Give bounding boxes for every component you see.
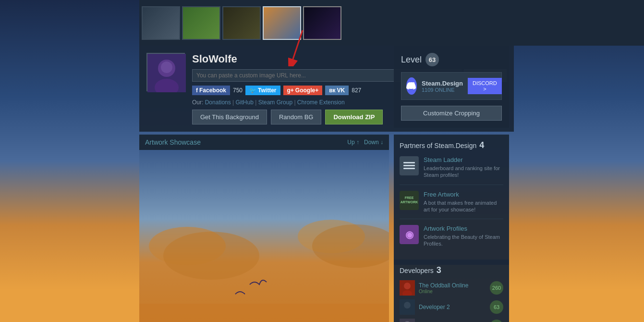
developer-level-1: 260 [490,281,503,295]
partners-count: 4 [479,140,484,150]
partner-name-ladder: Steam Ladder [424,156,503,163]
svg-rect-13 [403,165,415,166]
chrome-extension-link[interactable]: Chrome Extension [297,99,345,106]
developer-item-2[interactable]: Developer 2 63 [400,299,503,315]
download-zip-button[interactable]: Download ZIP [325,110,383,124]
partner-item-profiles[interactable]: ◉ Artwork Profiles Celebrating the Beaut… [400,225,503,253]
nav-down-button[interactable]: Down ↓ [364,139,383,146]
svg-point-16 [404,283,411,289]
partner-item-ladder[interactable]: Steam Ladder Leaderboard and ranking sit… [400,156,503,185]
avatar [146,53,185,91]
developer-name-1: The Oddball Online Online [419,282,486,294]
facebook-label: Facebook [199,87,226,94]
svg-point-5 [161,62,172,73]
partner-info-profiles: Artwork Profiles Celebrating the Beauty … [424,225,503,248]
vk-count: 827 [352,87,361,94]
developers-header: Developers 3 [400,265,503,275]
vk-icon: вк [329,87,335,94]
donations-link[interactable]: Donations [205,99,231,106]
steam-group-link[interactable]: Steam Group [258,99,292,106]
partner-name-artwork: Free Artwork [424,191,503,198]
google-label: Google+ [295,87,318,94]
discord-info: Steam.Design 1109 ONLINE [422,80,463,93]
facebook-button[interactable]: f Facebook [192,86,230,95]
partner-desc-profiles: Celebrating the Beauty of Steam Profiles… [424,234,503,248]
developers-title: Developers [400,267,434,274]
svg-rect-11 [139,304,389,322]
discord-join-button[interactable]: DISCORD > [468,78,502,94]
partner-ladder-icon [400,156,419,175]
thumbnail-3[interactable] [222,6,261,40]
facebook-count: 750 [233,87,243,94]
svg-point-8 [163,232,259,280]
developer-level-2: 63 [490,300,503,314]
developer-avatar-3 [400,319,415,322]
discord-name: Steam.Design [422,80,463,87]
customize-cropping-button[interactable]: Customize Cropping [401,106,502,121]
developer-level-3 [490,320,503,322]
twitter-button[interactable]: 🐦 Twitter [245,86,280,95]
facebook-icon: f [196,87,198,94]
partner-desc-artwork: A bot that makes free animated art for y… [424,199,503,213]
showcase-header: Artwork Showcase Up ↑ Down ↓ [139,135,389,150]
showcase-nav: Up ↑ Down ↓ [347,139,383,146]
google-icon: g+ [287,87,294,94]
artwork-showcase: Artwork Showcase Up ↑ Down ↓ [139,135,389,322]
level-panel: Level 63 Steam.Design 1109 ONLINE DISCOR… [394,46,509,128]
partner-name-profiles: Artwork Profiles [424,225,503,232]
thumbnail-1[interactable] [142,6,180,40]
links-prefix: Our: [192,99,203,106]
developers-panel: Developers 3 The Oddball Online Online 2… [394,260,509,322]
vk-label: VK [337,87,345,94]
level-header: Level 63 [401,53,502,66]
level-value: 63 [425,53,439,66]
twitter-icon: 🐦 [249,87,256,94]
partners-title: Partners of Steam.Design [400,142,476,149]
partner-info-artwork: Free Artwork A bot that makes free anima… [424,191,503,213]
developer-item-3[interactable]: TrueCarry [400,319,503,322]
github-link[interactable]: GitHub [236,99,254,106]
get-background-button[interactable]: Get This Background [192,110,267,124]
vk-button[interactable]: вк VK [325,86,349,95]
svg-rect-14 [403,168,415,169]
developer-name-2: Developer 2 [419,304,486,310]
thumbnail-4[interactable] [263,6,301,40]
thumbnail-2[interactable] [182,6,220,40]
thumbnail-5[interactable] [303,6,341,40]
svg-point-19 [404,302,411,309]
developers-count: 3 [437,265,441,275]
developer-avatar-1 [400,280,415,296]
partner-info-ladder: Steam Ladder Leaderboard and ranking sit… [424,156,503,179]
partner-item-artwork[interactable]: FREEARTWORK Free Artwork A bot that make… [400,191,503,220]
random-bg-button[interactable]: Random BG [271,110,322,124]
partners-panel: Partners of Steam.Design 4 Steam Ladder … [394,135,509,265]
showcase-title: Artwork Showcase [145,138,201,146]
nav-up-button[interactable]: Up ↑ [347,139,359,146]
thumbnail-strip [139,0,644,46]
partner-artwork-icon: FREEARTWORK [400,191,419,210]
discord-card[interactable]: Steam.Design 1109 ONLINE DISCORD > [401,72,502,100]
showcase-image [139,150,389,322]
discord-logo [406,77,417,95]
google-button[interactable]: g+ Google+ [283,86,323,95]
partner-profiles-icon: ◉ [400,225,419,244]
twitter-label: Twitter [258,87,276,94]
developer-item-1[interactable]: The Oddball Online Online 260 [400,280,503,296]
level-label: Level [401,55,422,65]
partners-header: Partners of Steam.Design 4 [400,140,503,150]
partner-desc-ladder: Leaderboard and ranking site for Steam p… [424,165,503,179]
svg-rect-12 [403,162,415,163]
developer-avatar-2 [400,299,415,315]
discord-online: 1109 ONLINE [422,87,463,93]
